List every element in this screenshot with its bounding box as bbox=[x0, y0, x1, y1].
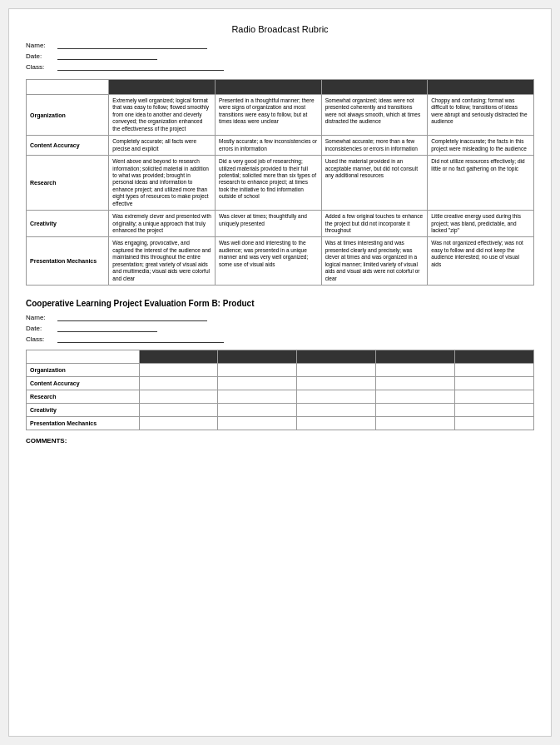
score-cell: Did a very good job of researching; util… bbox=[215, 156, 321, 211]
eval-score-cell bbox=[297, 377, 376, 390]
s2-class-line: Class: bbox=[26, 335, 534, 343]
eval-score-cell bbox=[218, 417, 297, 430]
eval-header-col1 bbox=[139, 350, 218, 364]
score-cell: Presented in a thoughtful manner; there … bbox=[215, 95, 321, 136]
page-title: Radio Broadcast Rubric bbox=[26, 24, 534, 34]
eval-score-cell bbox=[376, 404, 455, 417]
eval-score-cell bbox=[376, 390, 455, 404]
score-cell: Was engaging, provocative, and captured … bbox=[109, 237, 216, 286]
table-row: Content AccuracyCompletely accurate; all… bbox=[27, 136, 534, 156]
eval-row: Presentation Mechanics bbox=[27, 417, 534, 430]
score-cell: Little creative energy used during this … bbox=[428, 211, 534, 237]
comments-section: COMMENTS: bbox=[26, 437, 534, 445]
eval-score-cell bbox=[218, 404, 297, 417]
table-row: ResearchWent above and beyond to researc… bbox=[27, 156, 534, 211]
eval-score-cell bbox=[455, 377, 534, 390]
score-cell: Completely inaccurate; the facts in this… bbox=[428, 136, 534, 156]
eval-score-cell bbox=[297, 390, 376, 404]
s2-name-underline bbox=[57, 313, 207, 321]
eval-score-cell bbox=[455, 390, 534, 404]
eval-score-cell bbox=[139, 404, 218, 417]
table-header-row bbox=[27, 80, 534, 95]
category-cell: Creativity bbox=[27, 211, 109, 237]
section2-title: Cooperative Learning Project Evaluation … bbox=[26, 299, 534, 308]
score-cell: Somewhat accurate; more than a few incon… bbox=[321, 136, 428, 156]
eval-header-col5 bbox=[455, 350, 534, 364]
eval-category-cell: Presentation Mechanics bbox=[27, 417, 140, 430]
s2-class-underline bbox=[57, 335, 224, 343]
eval-score-cell bbox=[455, 364, 534, 377]
eval-score-cell bbox=[376, 364, 455, 377]
s2-class-label: Class: bbox=[26, 335, 57, 343]
eval-score-cell bbox=[218, 377, 297, 390]
category-cell: Content Accuracy bbox=[27, 136, 109, 156]
s2-date-underline bbox=[57, 324, 157, 332]
eval-category-cell: Research bbox=[27, 390, 140, 404]
table-row: CreativityWas extremely clever and prese… bbox=[27, 211, 534, 237]
s2-date-line: Date: bbox=[26, 324, 534, 332]
category-cell: Presentation Mechanics bbox=[27, 237, 109, 286]
table-row: OrganizationExtremely well organized; lo… bbox=[27, 95, 534, 136]
eval-score-cell bbox=[376, 377, 455, 390]
score-cell: Used the material provided in an accepta… bbox=[321, 156, 428, 211]
header-col3 bbox=[321, 80, 428, 95]
score-cell: Mostly accurate; a few inconsistencies o… bbox=[215, 136, 321, 156]
eval-row: Content Accuracy bbox=[27, 377, 534, 390]
s2-date-label: Date: bbox=[26, 325, 57, 332]
eval-category-cell: Content Accuracy bbox=[27, 377, 140, 390]
score-cell: Choppy and confusing; format was difficu… bbox=[428, 95, 534, 136]
date-label: Date: bbox=[26, 52, 57, 60]
eval-score-cell bbox=[139, 364, 218, 377]
eval-score-cell bbox=[297, 364, 376, 377]
eval-score-cell bbox=[297, 417, 376, 430]
eval-score-cell bbox=[376, 417, 455, 430]
eval-score-cell bbox=[139, 377, 218, 390]
class-underline bbox=[57, 62, 224, 71]
name-line: Name: bbox=[26, 41, 534, 49]
score-cell: Was not organized effectively; was not e… bbox=[428, 237, 534, 286]
s2-name-line: Name: bbox=[26, 313, 534, 321]
eval-score-cell bbox=[455, 404, 534, 417]
eval-score-cell bbox=[455, 417, 534, 430]
page: Radio Broadcast Rubric Name: Date: Class… bbox=[8, 8, 552, 737]
eval-score-cell bbox=[139, 417, 218, 430]
table-row: Presentation MechanicsWas engaging, prov… bbox=[27, 237, 534, 286]
score-cell: Added a few original touches to enhance … bbox=[321, 211, 428, 237]
class-label: Class: bbox=[26, 63, 57, 71]
header-empty-cell bbox=[27, 80, 109, 95]
eval-score-cell bbox=[297, 404, 376, 417]
date-line: Date: bbox=[26, 52, 534, 60]
score-cell: Was extremely clever and presented with … bbox=[109, 211, 216, 237]
date-underline bbox=[57, 52, 157, 60]
eval-score-cell bbox=[139, 390, 218, 404]
score-cell: Completely accurate; all facts were prec… bbox=[109, 136, 216, 156]
score-cell: Did not utilize resources effectively; d… bbox=[428, 156, 534, 211]
eval-header-empty bbox=[27, 350, 140, 364]
eval-header-col3 bbox=[297, 350, 376, 364]
eval-score-cell bbox=[218, 390, 297, 404]
eval-header-row bbox=[27, 350, 534, 364]
header-col2 bbox=[215, 80, 321, 95]
rubric-table: OrganizationExtremely well organized; lo… bbox=[26, 79, 534, 286]
name-underline bbox=[57, 41, 207, 49]
eval-score-cell bbox=[218, 364, 297, 377]
class-line: Class: bbox=[26, 62, 534, 71]
comments-label: COMMENTS: bbox=[26, 437, 67, 445]
score-cell: Somewhat organized; ideas were not prese… bbox=[321, 95, 428, 136]
eval-table: OrganizationContent AccuracyResearchCrea… bbox=[26, 350, 534, 430]
category-cell: Organization bbox=[27, 95, 109, 136]
header-col4 bbox=[428, 80, 534, 95]
eval-row: Organization bbox=[27, 364, 534, 377]
eval-header-col2 bbox=[218, 350, 297, 364]
eval-row: Creativity bbox=[27, 404, 534, 417]
eval-row: Research bbox=[27, 390, 534, 404]
eval-category-cell: Organization bbox=[27, 364, 140, 377]
score-cell: Was well done and interesting to the aud… bbox=[215, 237, 321, 286]
header-col1 bbox=[109, 80, 216, 95]
score-cell: Was clever at times; thoughtfully and un… bbox=[215, 211, 321, 237]
eval-category-cell: Creativity bbox=[27, 404, 140, 417]
category-cell: Research bbox=[27, 156, 109, 211]
score-cell: Extremely well organized; logical format… bbox=[109, 95, 216, 136]
name-label: Name: bbox=[26, 42, 57, 49]
score-cell: Went above and beyond to research inform… bbox=[109, 156, 216, 211]
